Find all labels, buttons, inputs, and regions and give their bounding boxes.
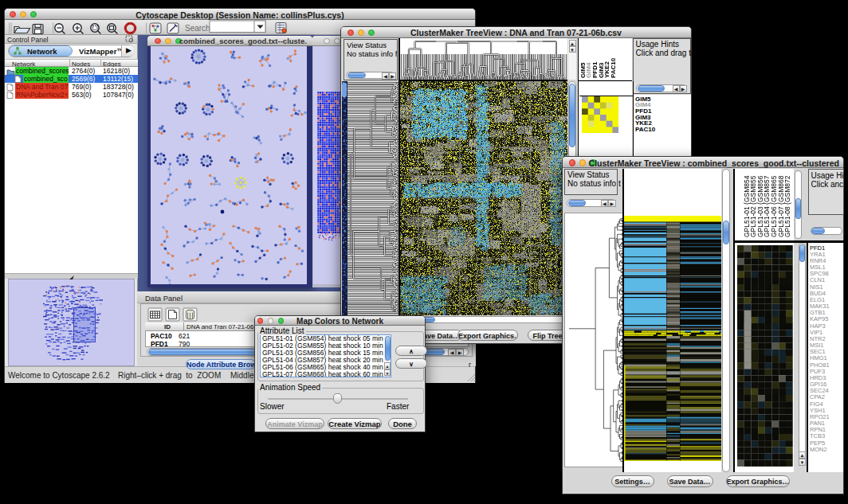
svg-text:Search:: Search: xyxy=(185,24,212,33)
